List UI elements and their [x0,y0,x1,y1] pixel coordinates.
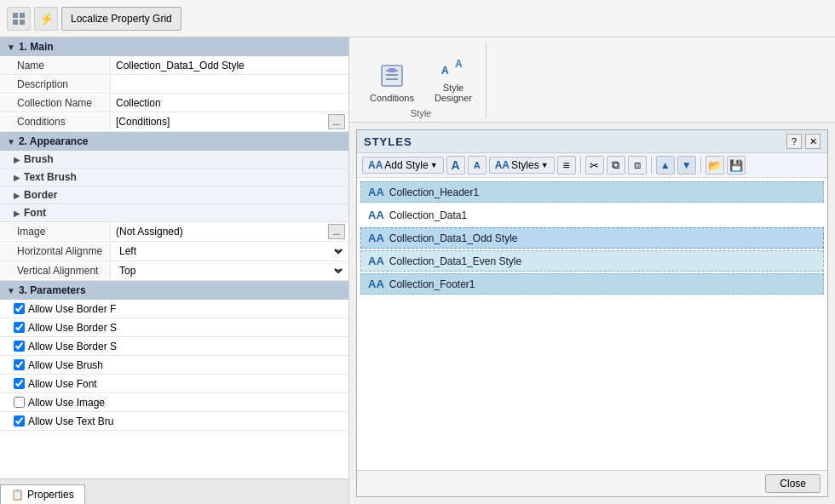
checkbox-label-0[interactable]: Allow Use Border F [14,303,116,315]
style-name-0: Collection_Header1 [389,186,479,198]
property-vertical-select[interactable]: Top Center Bottom [114,263,345,278]
svg-rect-0 [13,13,18,18]
checkbox-input-6[interactable] [14,415,25,427]
grid-icon-btn[interactable] [7,7,31,31]
checkbox-text-1: Allow Use Border S [28,322,117,334]
top-toolbar: ⚡ Localize Property Grid [0,0,835,37]
property-name-row: Name [0,56,348,75]
add-style-aa-icon: AA [368,159,383,171]
property-name-input[interactable] [114,59,345,72]
checkbox-input-2[interactable] [14,341,25,352]
save-icon: 💾 [729,159,743,172]
checkbox-input-4[interactable] [14,378,25,389]
styles-close-icon-button[interactable]: ✕ [805,134,821,149]
toolbar-sep-2 [651,157,652,174]
property-vertical-value: Top Center Bottom ▼ [111,261,348,280]
sub-section-border[interactable]: ▶ Border [0,186,348,204]
svg-rect-3 [20,20,25,25]
checkbox-label-5[interactable]: Allow Use Image [14,397,105,409]
checkbox-label-1[interactable]: Allow Use Border S [14,322,117,334]
style-aa-icon-1: AA [368,209,384,221]
styles-dropdown-label: Styles [511,159,539,171]
sub-section-font[interactable]: ▶ Font [0,204,348,222]
section-appearance-header[interactable]: ▼ 2. Appearance [0,132,348,151]
ribbon-group-label: Style [411,106,431,118]
checkbox-label-2[interactable]: Allow Use Border S [14,341,117,352]
open-icon: 📂 [708,159,722,172]
lightning-icon-btn[interactable]: ⚡ [34,7,58,31]
style-item-2[interactable]: AA Collection_Data1_Odd Style [360,227,824,249]
property-image-row: Image ... [0,222,348,242]
conditions-icon [375,59,409,93]
style-name-3: Collection_Data1_Even Style [389,255,521,267]
styles-dropdown-button[interactable]: AA Styles ▼ [489,157,555,174]
styles-toolbar: AA Add Style ▼ A A AA Styles ▼ ≡ [357,153,827,178]
property-collection-name-input[interactable] [114,96,345,110]
save-button[interactable]: 💾 [727,156,746,175]
property-description-row: Description [0,75,348,94]
property-horizontal-select[interactable]: Left Center Right [114,243,345,259]
style-aa-icon-4: AA [368,278,384,290]
style-name-4: Collection_Footer1 [389,278,475,290]
lightning-icon: ⚡ [39,12,54,26]
image-ellipsis-button[interactable]: ... [328,224,345,239]
copy-button[interactable]: ⧉ [607,156,625,175]
property-collection-name-row: Collection Name [0,94,348,112]
styles-dropdown-arrow: ▼ [541,161,549,169]
property-conditions-input[interactable] [114,115,328,129]
style-item-1[interactable]: AA Collection_Data1 [360,204,824,226]
open-button[interactable]: 📂 [705,156,724,175]
checkbox-input-3[interactable] [14,359,25,370]
property-conditions-value: ... [111,112,348,131]
cut-button[interactable]: ✂ [585,156,604,175]
ribbon-conditions-button[interactable]: Conditions [363,55,421,106]
tab-properties[interactable]: 📋 Properties [0,484,85,504]
sub-section-text-brush[interactable]: ▶ Text Brush [0,169,348,186]
move-up-button[interactable]: ▲ [656,156,675,175]
section-main-label: 1. Main [19,41,54,53]
checkbox-label-4[interactable]: Allow Use Font [14,378,97,390]
merge-button[interactable]: ≡ [557,156,576,175]
svg-text:A: A [455,58,463,70]
styles-titlebar-actions: ? ✕ [786,134,821,149]
conditions-ellipsis-button[interactable]: ... [328,114,345,129]
sub-section-brush[interactable]: ▶ Brush [0,151,348,169]
property-collection-name-label: Collection Name [0,94,111,112]
style-item-3[interactable]: AA Collection_Data1_Even Style [360,250,824,272]
checkbox-input-0[interactable] [14,303,25,314]
property-image-input[interactable] [114,225,328,238]
checkbox-text-0: Allow Use Border F [28,303,116,315]
styles-help-button[interactable]: ? [786,134,802,149]
ribbon-style-designer-button[interactable]: A A Style Designer [428,45,479,106]
property-collection-name-value [111,94,348,112]
property-description-input[interactable] [114,77,345,91]
section-parameters-header[interactable]: ▼ 3. Parameters [0,281,348,300]
checkbox-label-3[interactable]: Allow Use Brush [14,359,103,371]
section-parameters-arrow: ▼ [7,286,15,295]
checkbox-text-2: Allow Use Border S [28,341,117,352]
checkbox-input-1[interactable] [14,322,25,333]
paste-button[interactable]: ⧈ [628,156,647,175]
style-item-4[interactable]: AA Collection_Footer1 [360,273,824,295]
add-style-button[interactable]: AA Add Style ▼ [362,157,444,174]
property-description-value [111,76,348,93]
font-large-icon: A [452,158,460,172]
property-image-value: ... [111,222,348,241]
font-large-button[interactable]: A [446,156,465,175]
checkbox-input-5[interactable] [14,397,25,408]
right-panel: Conditions A A Style Designer Style [349,37,835,504]
style-item-0[interactable]: AA Collection_Header1 [360,181,824,203]
style-designer-ribbon-label: Style Designer [435,83,472,103]
styles-close-button[interactable]: Close [765,474,821,493]
property-conditions-row: Conditions ... [0,112,348,132]
font-small-button[interactable]: A [468,156,487,175]
checkbox-row-4: Allow Use Font [0,375,348,393]
localize-property-grid-button[interactable]: Localize Property Grid [61,7,181,31]
properties-tab-icon: 📋 [11,489,24,501]
section-main-header[interactable]: ▼ 1. Main [0,37,348,56]
style-name-2: Collection_Data1_Odd Style [389,232,518,244]
move-down-button[interactable]: ▼ [677,156,696,175]
property-image-label: Image [0,223,111,240]
property-conditions-label: Conditions [0,113,111,130]
checkbox-label-6[interactable]: Allow Use Text Bru [14,415,113,427]
